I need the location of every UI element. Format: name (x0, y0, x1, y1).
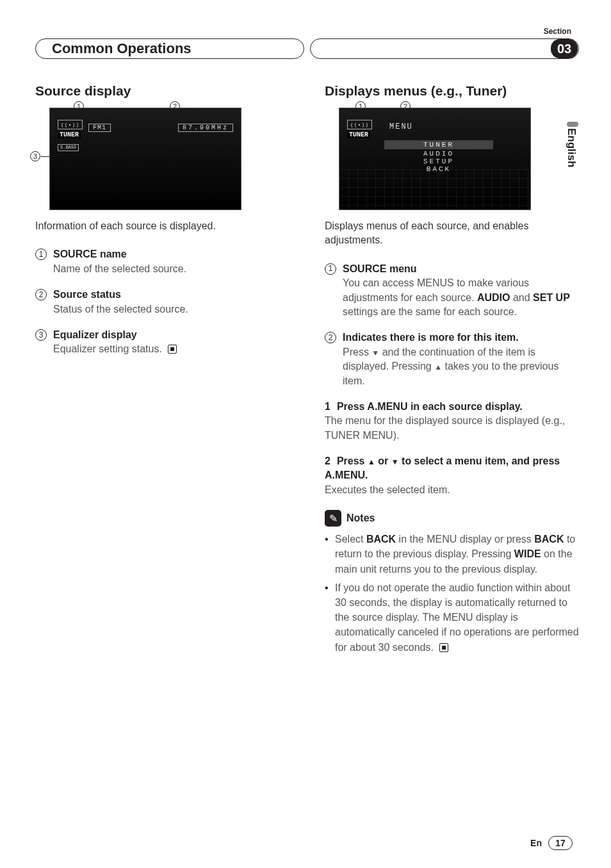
lcd-band: FM1 (88, 124, 111, 132)
section-label: Section (544, 27, 571, 36)
circle-r1: 1 (325, 263, 336, 275)
step-num-1: 1 (325, 401, 330, 412)
chapter-title: Common Operations (52, 40, 191, 57)
item-source-status: 2 Source status Status of the selected s… (35, 288, 289, 316)
callout-3: 3 (30, 151, 40, 161)
step-num-2: 2 (325, 455, 330, 466)
item-title-3: Equalizer display (53, 329, 137, 340)
menu-item-back: BACK (384, 165, 493, 173)
up-arrow-icon: ▲ (368, 457, 375, 466)
circle-2: 2 (35, 289, 47, 300)
lcd-menu-tuner-label: TUNER (347, 131, 370, 138)
lcd-tuner-icon: ((•)) (58, 120, 83, 129)
menu-item-setup: SETUP (384, 158, 493, 165)
item-title-r2: Indicates there is more for this item. (343, 332, 519, 343)
menus-caption: Displays menus of each source, and enabl… (325, 219, 579, 248)
source-display-figure: 1 2 3 ((•)) TUNER FM1 87.90MHz S.BASS (35, 108, 289, 210)
item-desc-2: Status of the selected source. (53, 302, 289, 316)
lcd-frequency: 87.90MHz (178, 124, 233, 132)
footer-lang: En (530, 838, 542, 848)
item-source-name: 1 SOURCE name Name of the selected sourc… (35, 247, 289, 276)
menu-figure: 1 2 ((•)) TUNER MENU TUNER AUDIO SETUP B… (325, 108, 579, 210)
source-display-heading: Source display (35, 83, 289, 99)
circle-3: 3 (35, 329, 47, 341)
item-source-menu: 1 SOURCE menu You can access MENUS to ma… (325, 262, 579, 320)
step-1: 1Press A.MENU in each source display. Th… (325, 400, 579, 443)
footer-page-number: 17 (548, 836, 573, 850)
item-desc-1: Name of the selected source. (53, 262, 289, 276)
chapter-number-capsule: 03 (310, 38, 579, 59)
item-title-r1: SOURCE menu (343, 263, 417, 274)
page-footer: En 17 (530, 836, 573, 850)
note-1: Select BACK in the MENU display or press… (325, 532, 579, 577)
notes-title: Notes (346, 512, 375, 524)
lcd-menu-tuner-icon: ((•)) (347, 120, 372, 129)
circle-r2: 2 (325, 332, 336, 343)
chapter-number-badge: 03 (551, 39, 578, 58)
lcd-tuner-label: TUNER (58, 131, 81, 138)
step-desc-1: The menu for the displayed source is dis… (325, 414, 579, 443)
notes-icon: ✎ (325, 510, 341, 527)
circle-1: 1 (35, 249, 47, 260)
step-desc-2: Executes the selected item. (325, 483, 579, 497)
source-display-caption: Information of each source is displayed. (35, 219, 289, 233)
step-2: 2Press ▲ or ▼ to select a menu item, and… (325, 454, 579, 497)
note-2: If you do not operate the audio function… (325, 580, 579, 655)
up-arrow-icon: ▲ (434, 363, 442, 372)
lcd-menu-title: MENU (389, 122, 413, 131)
item-title-2: Source status (53, 289, 121, 300)
item-desc-3: Equalizer setting status. (53, 342, 289, 356)
chapter-title-capsule: Common Operations (35, 38, 304, 59)
lcd-menu: ((•)) TUNER MENU TUNER AUDIO SETUP BACK (339, 108, 531, 210)
item-title-1: SOURCE name (53, 249, 127, 259)
item-equalizer: 3 Equalizer display Equalizer setting st… (35, 328, 289, 357)
menu-item-audio: AUDIO (384, 150, 493, 158)
notes-header: ✎ Notes (325, 510, 579, 527)
menus-heading: Displays menus (e.g., Tuner) (325, 83, 579, 99)
down-arrow-icon: ▼ (371, 348, 379, 357)
down-arrow-icon: ▼ (391, 457, 399, 466)
lcd-source: ((•)) TUNER FM1 87.90MHz S.BASS (49, 108, 241, 210)
lcd-sbass: S.BASS (58, 144, 79, 151)
item-desc-r2: Press ▼ and the continuation of the item… (343, 345, 579, 388)
item-desc-r1: You can access MENUS to make various adj… (343, 276, 579, 319)
item-more-indicator: 2 Indicates there is more for this item.… (325, 331, 579, 388)
menu-item-tuner: TUNER (384, 140, 493, 149)
end-mark-icon (439, 643, 448, 652)
end-mark-icon (168, 345, 177, 354)
